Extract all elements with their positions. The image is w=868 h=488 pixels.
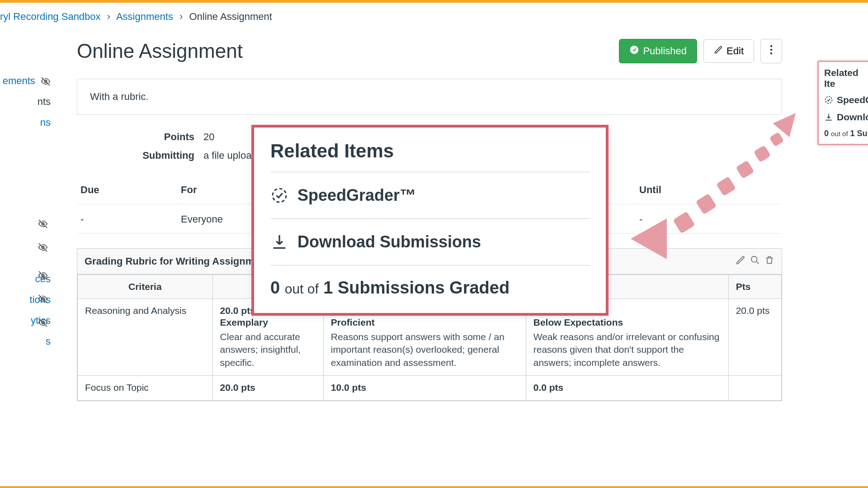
rating-desc: Weak reasons and/or irrelevant or confus… xyxy=(533,331,721,369)
hidden-icons-column xyxy=(38,219,48,341)
speedgrader-link[interactable]: SpeedGr xyxy=(824,95,868,105)
related-items-panel: Related Ite SpeedGr Downlo 0 out of 1 Su xyxy=(817,61,868,145)
rubric-tools xyxy=(736,255,774,268)
rating-cell: 0.0 pts xyxy=(526,376,728,401)
related-items-callout: Related Items SpeedGrader™ Download Subm… xyxy=(251,125,609,316)
row-pts xyxy=(728,376,781,401)
callout-submissions-graded: 0 out of 1 Submissions Graded xyxy=(270,265,590,305)
pencil-icon xyxy=(714,45,723,57)
description-text: With a rubric. xyxy=(90,91,149,102)
hidden-icon xyxy=(38,270,48,280)
sidebar-item[interactable]: ns xyxy=(0,112,54,133)
until-cell: - xyxy=(637,205,781,234)
graded-outof: out of xyxy=(831,130,848,137)
rating-label: Exemplary xyxy=(220,317,316,328)
graded-outof: out of xyxy=(285,281,319,296)
related-items-title: Related Ite xyxy=(824,67,868,89)
row-pts: 20.0 pts xyxy=(728,299,781,376)
sidebar-item[interactable]: ements xyxy=(0,71,54,91)
rating-pts: 0.0 pts xyxy=(533,382,721,393)
search-icon[interactable] xyxy=(750,255,760,268)
download-submissions-link[interactable]: Downlo xyxy=(824,112,868,123)
kebab-icon xyxy=(770,45,773,57)
breadcrumb: ryl Recording Sandbox › Assignments › On… xyxy=(0,3,868,31)
svg-point-9 xyxy=(770,52,772,54)
rubric-title: Grading Rubric for Writing Assignme xyxy=(85,256,259,267)
hidden-icon xyxy=(38,219,48,229)
graded-count: 0 xyxy=(270,278,280,297)
sidebar-item-label: nts xyxy=(38,96,51,107)
title-actions: Published Edit xyxy=(619,39,782,63)
graded-count: 0 xyxy=(824,129,829,138)
due-cell: - xyxy=(78,205,177,234)
points-label: Points xyxy=(104,131,194,143)
download-label: Downlo xyxy=(837,112,868,123)
trash-icon[interactable] xyxy=(764,255,774,268)
callout-title: Related Items xyxy=(270,140,590,162)
callout-download-label: Download Submissions xyxy=(297,232,481,251)
submitting-value: a file upload xyxy=(203,150,257,161)
graded-total: 1 Su xyxy=(850,129,868,138)
svg-point-7 xyxy=(770,45,772,47)
speedgrader-icon xyxy=(824,95,833,104)
criteria-header: Criteria xyxy=(78,275,213,299)
criteria-cell: Reasoning and Analysis xyxy=(78,299,213,376)
hidden-icon xyxy=(38,294,48,304)
rating-pts: 10.0 pts xyxy=(331,382,519,393)
download-icon xyxy=(270,233,288,251)
graded-total: 1 Submissions Graded xyxy=(323,278,509,297)
sidebar-item-label: ns xyxy=(40,117,51,128)
svg-point-12 xyxy=(273,189,286,202)
criteria-cell: Focus on Topic xyxy=(78,376,213,401)
rating-desc: Reasons support answers with some / an i… xyxy=(331,331,519,369)
svg-point-8 xyxy=(770,49,772,51)
published-button[interactable]: Published xyxy=(619,39,697,63)
rating-cell: 20.0 pts xyxy=(212,376,323,401)
rating-pts: 20.0 pts xyxy=(220,382,316,393)
published-label: Published xyxy=(643,45,687,57)
hidden-icon xyxy=(41,76,51,86)
sidebar-item-label: ements xyxy=(3,75,35,86)
pts-header: Pts xyxy=(728,275,781,299)
edit-button[interactable]: Edit xyxy=(703,39,754,63)
submissions-graded-count: 0 out of 1 Su xyxy=(824,129,868,138)
rating-cell: 10.0 pts xyxy=(323,376,526,401)
hidden-icon xyxy=(38,242,48,252)
hidden-icon xyxy=(38,317,48,327)
due-header: Due xyxy=(78,176,177,204)
rating-desc: Clear and accurate answers; insightful, … xyxy=(220,331,316,369)
svg-point-11 xyxy=(826,97,832,104)
more-options-button[interactable] xyxy=(760,39,782,63)
download-icon xyxy=(824,113,833,122)
breadcrumb-item-current: Online Assignment xyxy=(189,11,272,22)
svg-point-10 xyxy=(751,256,757,262)
check-circle-icon xyxy=(629,45,639,57)
submitting-label: Submitting xyxy=(104,150,194,161)
edit-label: Edit xyxy=(726,45,744,57)
callout-speedgrader-link[interactable]: SpeedGrader™ xyxy=(270,172,590,218)
pencil-icon[interactable] xyxy=(736,255,745,268)
breadcrumb-item-course[interactable]: ryl Recording Sandbox xyxy=(0,11,101,22)
speedgrader-icon xyxy=(270,186,288,204)
title-row: Online Assignment Published Edit xyxy=(77,39,782,63)
table-row: Focus on Topic 20.0 pts 10.0 pts 0.0 pts xyxy=(78,376,782,401)
rating-label: Proficient xyxy=(331,317,519,328)
sidebar-item[interactable]: nts xyxy=(0,91,54,112)
breadcrumb-sep: › xyxy=(179,11,183,22)
breadcrumb-item-assignments[interactable]: Assignments xyxy=(116,11,173,22)
page-title: Online Assignment xyxy=(77,40,243,62)
breadcrumb-sep: › xyxy=(107,11,110,22)
assignment-description: With a rubric. xyxy=(77,79,782,115)
callout-download-link[interactable]: Download Submissions xyxy=(270,219,590,265)
until-header: Until xyxy=(637,176,781,204)
speedgrader-label: SpeedGr xyxy=(837,95,868,105)
points-value: 20 xyxy=(203,131,214,143)
rating-label: Below Expectations xyxy=(533,317,721,328)
callout-speedgrader-label: SpeedGrader™ xyxy=(297,186,416,205)
